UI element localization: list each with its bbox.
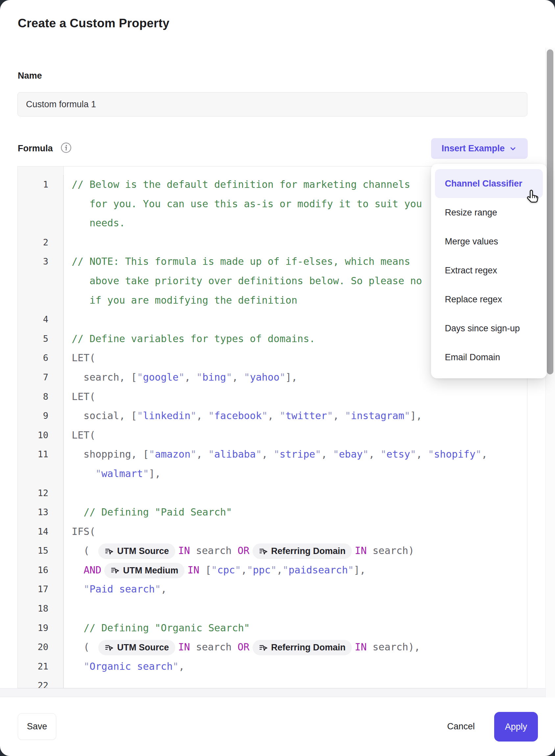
menu-item-channel-classifier[interactable]: Channel Classifier bbox=[435, 169, 543, 198]
property-chip[interactable]: UTM Source bbox=[98, 640, 175, 655]
apply-button[interactable]: Apply bbox=[494, 712, 538, 742]
code-text: "Paid search", bbox=[63, 580, 167, 599]
code-text bbox=[63, 676, 72, 688]
code-text: needs. bbox=[63, 213, 125, 233]
modal-scrollbar-track[interactable] bbox=[546, 48, 555, 698]
property-icon bbox=[104, 643, 114, 652]
code-line[interactable]: 12 bbox=[18, 484, 527, 503]
line-number: 4 bbox=[18, 310, 63, 329]
name-label: Name bbox=[18, 71, 42, 81]
code-text: ( UTM SourceIN search ORReferring Domain… bbox=[63, 541, 414, 561]
formula-label: Formula bbox=[18, 144, 53, 154]
info-circle-icon[interactable] bbox=[60, 142, 72, 153]
property-chip[interactable]: Referring Domain bbox=[253, 544, 352, 559]
code-text: LET( bbox=[63, 387, 95, 407]
code-line[interactable]: 11 shopping, ["amazon", "alibaba", "stri… bbox=[18, 445, 527, 464]
code-line[interactable]: 17 "Paid search", bbox=[18, 580, 527, 599]
line-number: 20 bbox=[18, 638, 63, 657]
line-number: 10 bbox=[18, 426, 63, 445]
insert-example-button[interactable]: Insert Example bbox=[431, 138, 528, 159]
line-number bbox=[18, 291, 63, 310]
code-text: ANDUTM MediumIN ["cpc","ppc","paidsearch… bbox=[63, 561, 366, 580]
code-text bbox=[63, 233, 72, 252]
code-line[interactable]: 16 ANDUTM MediumIN ["cpc","ppc","paidsea… bbox=[18, 561, 527, 580]
line-number: 2 bbox=[18, 233, 63, 252]
menu-item-replace-regex[interactable]: Replace regex bbox=[435, 285, 543, 314]
line-number: 16 bbox=[18, 561, 63, 580]
code-line[interactable]: 21 "Organic search", bbox=[18, 657, 527, 676]
code-text bbox=[63, 310, 72, 329]
menu-item-resize-range[interactable]: Resize range bbox=[435, 198, 543, 227]
modal-title: Create a Custom Property bbox=[18, 16, 169, 30]
property-chip-label: UTM Source bbox=[117, 546, 169, 556]
code-text: shopping, ["amazon", "alibaba", "stripe"… bbox=[63, 445, 487, 464]
code-text: // Defining "Organic Search" bbox=[63, 619, 250, 638]
code-line[interactable]: 18 bbox=[18, 599, 527, 619]
code-line[interactable]: 15 ( UTM SourceIN search ORReferring Dom… bbox=[18, 541, 527, 561]
line-number: 9 bbox=[18, 406, 63, 426]
line-number: 18 bbox=[18, 599, 63, 619]
property-chip-label: Referring Domain bbox=[271, 546, 346, 556]
code-line[interactable]: "walmart"], bbox=[18, 464, 527, 484]
line-number: 3 bbox=[18, 252, 63, 271]
code-line[interactable]: 10LET( bbox=[18, 426, 527, 445]
editor-bottom-scroll-track[interactable] bbox=[0, 688, 555, 697]
line-number bbox=[18, 213, 63, 233]
menu-item-merge-values[interactable]: Merge values bbox=[435, 227, 543, 256]
property-chip-label: UTM Medium bbox=[123, 565, 178, 576]
code-text: above take priority over definitions bel… bbox=[63, 271, 422, 291]
code-line[interactable]: 9 social, ["linkedin", "facebook", "twit… bbox=[18, 406, 527, 426]
code-text: // Define variables for types of domains… bbox=[63, 329, 315, 349]
cancel-button[interactable]: Cancel bbox=[438, 713, 484, 740]
line-number: 1 bbox=[18, 175, 63, 194]
line-number: 17 bbox=[18, 580, 63, 599]
code-text: "walmart"], bbox=[63, 464, 161, 484]
code-line[interactable]: 20 ( UTM SourceIN search ORReferring Dom… bbox=[18, 638, 527, 657]
line-number: 22 bbox=[18, 676, 63, 688]
property-chip-label: UTM Source bbox=[117, 642, 169, 653]
menu-item-days-since-sign-up[interactable]: Days since sign-up bbox=[435, 314, 543, 343]
line-number bbox=[18, 271, 63, 291]
line-number: 13 bbox=[18, 503, 63, 522]
save-button[interactable]: Save bbox=[18, 713, 56, 740]
property-chip[interactable]: Referring Domain bbox=[253, 640, 352, 655]
code-text: LET( bbox=[63, 348, 95, 368]
line-number bbox=[18, 464, 63, 484]
code-line[interactable]: 8LET( bbox=[18, 387, 527, 407]
line-number bbox=[18, 194, 63, 214]
name-input[interactable] bbox=[17, 92, 527, 116]
chevron-down-icon bbox=[509, 145, 517, 153]
property-chip-label: Referring Domain bbox=[271, 642, 346, 653]
code-text: "Organic search", bbox=[63, 657, 184, 676]
insert-example-dropdown-menu: Channel ClassifierResize rangeMerge valu… bbox=[431, 164, 547, 378]
property-icon bbox=[111, 566, 120, 575]
code-text: if you are modifying the definition bbox=[63, 291, 297, 310]
create-custom-property-modal: Create a Custom Property Name Formula In… bbox=[0, 0, 555, 756]
property-chip[interactable]: UTM Source bbox=[98, 544, 175, 559]
code-line[interactable]: 19 // Defining "Organic Search" bbox=[18, 619, 527, 638]
line-number: 21 bbox=[18, 657, 63, 676]
property-icon bbox=[259, 643, 268, 652]
line-number: 14 bbox=[18, 522, 63, 542]
code-line[interactable]: 14IFS( bbox=[18, 522, 527, 542]
line-number: 7 bbox=[18, 368, 63, 387]
code-text: IFS( bbox=[63, 522, 95, 542]
menu-item-extract-regex[interactable]: Extract regex bbox=[435, 256, 543, 285]
menu-item-email-domain[interactable]: Email Domain bbox=[435, 343, 543, 372]
code-text: // Below is the default definition for m… bbox=[63, 175, 410, 194]
code-text: social, ["linkedin", "facebook", "twitte… bbox=[63, 406, 422, 426]
property-chip[interactable]: UTM Medium bbox=[104, 563, 184, 579]
line-number: 19 bbox=[18, 619, 63, 638]
code-text: // Defining "Paid Search" bbox=[63, 503, 232, 522]
line-number: 6 bbox=[18, 348, 63, 368]
code-line[interactable]: 13 // Defining "Paid Search" bbox=[18, 503, 527, 522]
line-number: 15 bbox=[18, 541, 63, 561]
code-text: // NOTE: This formula is made up of if-e… bbox=[63, 252, 410, 271]
line-number: 8 bbox=[18, 387, 63, 407]
modal-scrollbar-thumb[interactable] bbox=[547, 49, 553, 374]
line-number: 5 bbox=[18, 329, 63, 349]
code-text bbox=[63, 599, 72, 619]
code-text: search, ["google", "bing", "yahoo"], bbox=[63, 368, 297, 387]
property-icon bbox=[259, 547, 268, 556]
code-line[interactable]: 22 bbox=[18, 676, 527, 688]
